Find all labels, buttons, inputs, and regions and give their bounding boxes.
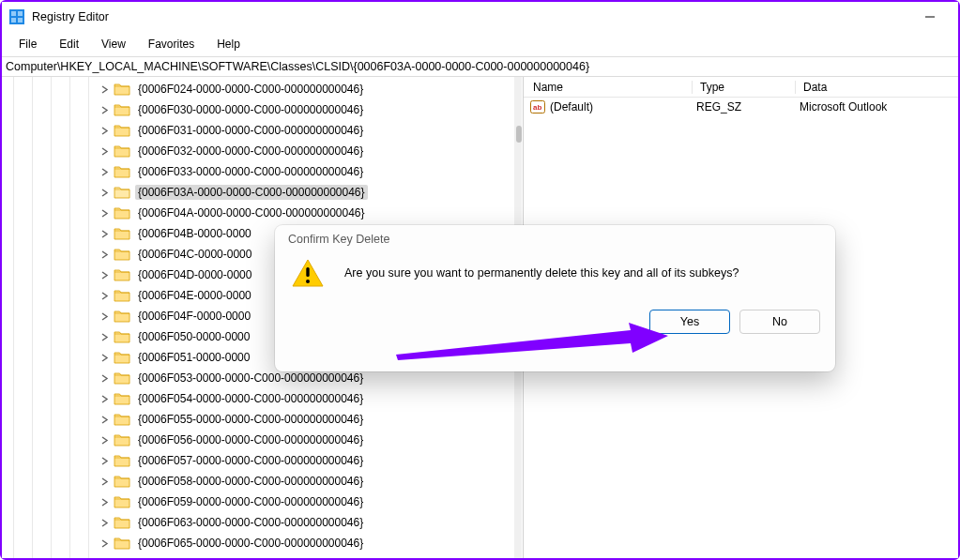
tree-item-label: {0006F04E-0000-0000 xyxy=(135,288,254,303)
chevron-right-icon[interactable] xyxy=(99,250,110,260)
tree-item-label: {0006F04B-0000-0000 xyxy=(135,226,254,241)
regedit-icon xyxy=(9,9,24,24)
tree-item-label: {0006F033-0000-0000-C000-000000000046} xyxy=(135,164,366,179)
column-header-type[interactable]: Type xyxy=(693,81,796,94)
tree-item[interactable]: {0006F04A-0000-0000-C000-000000000046} xyxy=(2,203,523,223)
tree-item[interactable]: {0006F063-0000-0000-C000-000000000046} xyxy=(2,512,523,533)
warning-icon xyxy=(292,259,324,287)
tree-item-label: {0006F055-0000-0000-C000-000000000046} xyxy=(135,412,366,427)
address-bar[interactable]: Computer\HKEY_LOCAL_MACHINE\SOFTWARE\Cla… xyxy=(2,56,958,77)
chevron-right-icon[interactable] xyxy=(99,84,110,95)
chevron-right-icon[interactable] xyxy=(99,435,110,446)
menu-edit[interactable]: Edit xyxy=(48,34,90,54)
svg-rect-9 xyxy=(306,267,309,277)
chevron-right-icon[interactable] xyxy=(99,456,110,466)
value-row[interactable]: ab (Default) REG_SZ Microsoft Outlook xyxy=(524,98,958,116)
tree-item[interactable]: {0006F03A-0000-0000-C000-000000000046} xyxy=(2,182,523,203)
chevron-right-icon[interactable] xyxy=(99,332,110,342)
tree-item-label: {0006F053-0000-0000-C000-000000000046} xyxy=(135,371,366,386)
tree-item-label: {0006F04F-0000-0000 xyxy=(135,309,253,324)
chevron-right-icon[interactable] xyxy=(99,518,110,528)
tree-item[interactable]: {0006F032-0000-0000-C000-000000000046} xyxy=(2,141,523,161)
chevron-right-icon[interactable] xyxy=(99,373,110,384)
minimize-button[interactable] xyxy=(909,2,951,32)
tree-item-label: {0006F057-0000-0000-C000-000000000046} xyxy=(135,453,366,468)
chevron-right-icon[interactable] xyxy=(99,497,110,507)
tree-item-label: {0006F024-0000-0000-C000-000000000046} xyxy=(135,82,366,97)
tree-item[interactable]: {0006F033-0000-0000-C000-000000000046} xyxy=(2,161,523,182)
chevron-right-icon[interactable] xyxy=(99,167,110,177)
confirm-delete-dialog: Confirm Key Delete Are you sure you want… xyxy=(275,225,835,371)
tree-item-label: {0006F065-0000-0000-C000-000000000046} xyxy=(135,536,366,551)
svg-text:ab: ab xyxy=(533,103,541,112)
chevron-right-icon[interactable] xyxy=(99,353,110,363)
svg-rect-2 xyxy=(18,11,23,16)
chevron-right-icon[interactable] xyxy=(99,146,110,157)
tree-item-label: {0006F058-0000-0000-C000-000000000046} xyxy=(135,474,366,489)
tree-item[interactable]: {0006F024-0000-0000-C000-000000000046} xyxy=(2,79,523,99)
value-name: (Default) xyxy=(550,100,694,114)
chevron-right-icon[interactable] xyxy=(99,270,110,280)
chevron-right-icon[interactable] xyxy=(99,477,110,487)
tree-item-label: {0006F04D-0000-0000 xyxy=(135,267,254,282)
value-data: Microsoft Outlook xyxy=(798,100,958,114)
tree-item[interactable]: {0006F054-0000-0000-C000-000000000046} xyxy=(2,388,523,409)
tree-item[interactable]: {0006F058-0000-0000-C000-000000000046} xyxy=(2,471,523,492)
chevron-right-icon[interactable] xyxy=(99,126,110,136)
svg-point-10 xyxy=(306,280,310,283)
string-value-icon: ab xyxy=(530,99,545,114)
svg-rect-1 xyxy=(11,11,16,16)
chevron-right-icon[interactable] xyxy=(99,394,110,404)
no-button[interactable]: No xyxy=(739,310,820,334)
dialog-title: Confirm Key Delete xyxy=(275,225,835,253)
tree-item-label: {0006F030-0000-0000-C000-000000000046} xyxy=(135,102,366,117)
tree-item[interactable]: {0006F055-0000-0000-C000-000000000046} xyxy=(2,409,523,430)
svg-rect-4 xyxy=(18,18,23,23)
chevron-right-icon[interactable] xyxy=(99,538,110,549)
tree-item[interactable]: {0006F057-0000-0000-C000-000000000046} xyxy=(2,450,523,471)
menu-favorites[interactable]: Favorites xyxy=(137,34,206,54)
tree-item[interactable]: {0006F065-0000-0000-C000-000000000046} xyxy=(2,533,523,553)
tree-scrollbar-thumb[interactable] xyxy=(516,126,522,143)
title-bar: Registry Editor xyxy=(2,2,958,32)
dialog-message: Are you sure you want to permanently del… xyxy=(344,266,739,280)
column-header-data[interactable]: Data xyxy=(796,81,958,94)
tree-item-label: {0006F050-0000-0000 xyxy=(135,329,252,344)
tree-item-label: {0006F051-0000-0000 xyxy=(135,350,252,365)
tree-item[interactable]: {0006F030-0000-0000-C000-000000000046} xyxy=(2,99,523,120)
menu-bar: File Edit View Favorites Help xyxy=(2,32,958,56)
tree-item-label: {0006F032-0000-0000-C000-000000000046} xyxy=(135,144,366,159)
tree-item-label: {0006F056-0000-0000-C000-000000000046} xyxy=(135,432,366,447)
chevron-right-icon[interactable] xyxy=(99,188,110,198)
svg-rect-3 xyxy=(11,18,16,23)
tree-item-label: {0006F031-0000-0000-C000-000000000046} xyxy=(135,123,366,138)
chevron-right-icon[interactable] xyxy=(99,291,110,301)
tree-item-label: {0006F04A-0000-0000-C000-000000000046} xyxy=(135,205,368,220)
tree-item-label: {0006F03A-0000-0000-C000-000000000046} xyxy=(135,185,368,200)
chevron-right-icon[interactable] xyxy=(99,208,110,219)
chevron-right-icon[interactable] xyxy=(99,105,110,115)
chevron-right-icon[interactable] xyxy=(99,229,110,239)
tree-item[interactable]: {0006F056-0000-0000-C000-000000000046} xyxy=(2,430,523,450)
tree-item-label: {0006F054-0000-0000-C000-000000000046} xyxy=(135,391,366,406)
column-header-name[interactable]: Name xyxy=(524,81,693,94)
menu-view[interactable]: View xyxy=(90,34,137,54)
tree-item-label: {0006F059-0000-0000-C000-000000000046} xyxy=(135,494,366,509)
tree-item-label: {0006F04C-0000-0000 xyxy=(135,247,254,262)
menu-help[interactable]: Help xyxy=(206,34,251,54)
window-title: Registry Editor xyxy=(32,10,109,23)
chevron-right-icon[interactable] xyxy=(99,311,110,322)
yes-button[interactable]: Yes xyxy=(649,310,730,334)
value-type: REG_SZ xyxy=(694,100,798,114)
menu-file[interactable]: File xyxy=(8,34,48,54)
chevron-right-icon[interactable] xyxy=(99,415,110,425)
tree-item[interactable]: {0006F059-0000-0000-C000-000000000046} xyxy=(2,492,523,512)
tree-item-label: {0006F063-0000-0000-C000-000000000046} xyxy=(135,515,366,530)
tree-item[interactable]: {0006F031-0000-0000-C000-000000000046} xyxy=(2,120,523,141)
